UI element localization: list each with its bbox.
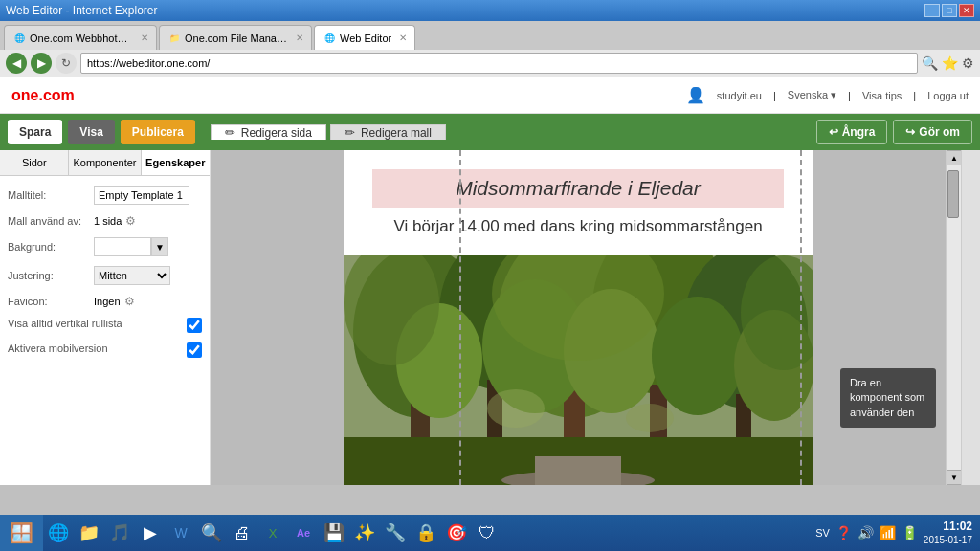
search2-icon[interactable]: 🔍	[197, 518, 226, 547]
lock-icon[interactable]: 🔒	[412, 518, 440, 547]
start-button[interactable]: 🪟	[0, 515, 43, 551]
canvas-scrollbar: ▲ ▼	[946, 150, 961, 485]
print-icon[interactable]: 🖨	[228, 518, 256, 547]
clock-date: 2015-01-17	[924, 534, 972, 546]
gor-om-button[interactable]: ↪ Gör om	[893, 120, 972, 144]
taskbar-lang: SV	[815, 527, 830, 539]
address-bar-row: ◀ ▶ ↻ 🔍 ⭐ ⚙	[0, 50, 980, 77]
tool-icon[interactable]: 🔧	[381, 518, 410, 547]
visa-rullista-checkbox[interactable]	[187, 318, 202, 333]
spara-button[interactable]: Spara	[8, 120, 62, 144]
edit-page-icon: ✏	[225, 125, 235, 140]
back-button[interactable]: ◀	[6, 53, 27, 74]
scrollbar-thumb[interactable]	[947, 170, 959, 218]
logo-text: one.com	[11, 87, 75, 103]
browser-chrome: 🌐 One.com Webbhotell - Doma... ✕ 📁 One.c…	[0, 21, 980, 77]
canvas-wrapper: Midsommarfirande i Eljedar Vi börjar 14.…	[211, 150, 946, 485]
bakgrund-picker: ▼	[94, 237, 168, 256]
tab2-close[interactable]: ✕	[296, 33, 303, 43]
svg-point-22	[487, 389, 545, 428]
forward-button[interactable]: ▶	[31, 53, 52, 74]
aktivera-mobil-label: Aktivera mobilversion	[8, 342, 181, 354]
properties-panel: Malltitel: Mall använd av: 1 sida ⚙ Bakg…	[0, 176, 210, 485]
midsommar-title-block: Midsommarfirande i Eljedar	[372, 169, 784, 208]
address-input[interactable]	[80, 53, 918, 74]
shield-icon[interactable]: 🛡	[473, 518, 501, 547]
ie-icon[interactable]: 🌐	[44, 518, 73, 547]
prop-row-aktivera-mobil: Aktivera mobilversion	[8, 342, 202, 358]
excel-icon[interactable]: X	[258, 518, 287, 547]
windows-logo: 🪟	[10, 521, 33, 544]
play-icon[interactable]: ▶	[136, 518, 165, 547]
help-icon[interactable]: ❓	[835, 525, 852, 540]
gorom-icon: ↪	[905, 125, 915, 139]
prop-row-mall-anvand: Mall använd av: 1 sida ⚙	[8, 214, 202, 228]
word-icon[interactable]: W	[167, 518, 195, 547]
tab1-favicon: 🌐	[12, 32, 26, 45]
redigera-sida-tab[interactable]: ✏ Redigera sida	[211, 124, 326, 140]
user-icon: 👤	[686, 86, 705, 104]
browser-tab-1[interactable]: 🌐 One.com Webbhotell - Doma... ✕	[4, 25, 157, 50]
taskbar-clock: 11:02 2015-01-17	[924, 519, 972, 547]
scrollbar-track[interactable]	[947, 165, 961, 470]
sidebar-tabs: Sidor Komponenter Egenskaper	[0, 150, 210, 176]
midsommar-subtitle: Vi börjar 14.00 med dans kring midsommar…	[372, 217, 784, 236]
bakgrund-picker-btn[interactable]: ▼	[151, 237, 168, 256]
visa-tips-link[interactable]: Visa tips	[862, 90, 902, 101]
clock-time: 11:02	[924, 519, 972, 535]
svg-rect-18	[535, 456, 621, 485]
page-canvas: Midsommarfirande i Eljedar Vi börjar 14.…	[344, 150, 813, 485]
scrollbar-up-btn[interactable]: ▲	[947, 150, 962, 165]
right-panel	[961, 150, 980, 485]
angra-button[interactable]: ↩ Ångra	[816, 120, 888, 144]
speaker-icon[interactable]: 🔊	[858, 525, 874, 540]
publicera-button[interactable]: Publicera	[121, 120, 195, 144]
mall-anvand-value: 1 sida	[94, 215, 122, 227]
ae-icon[interactable]: Ae	[289, 518, 318, 547]
aktivera-mobil-checkbox[interactable]	[187, 342, 202, 358]
browser-tab-3[interactable]: 🌐 Web Editor ✕	[314, 25, 415, 50]
battery-icon[interactable]: 🔋	[902, 525, 918, 540]
favicon-gear-icon[interactable]: ⚙	[124, 295, 135, 308]
prop-row-malltitel: Malltitel:	[8, 186, 202, 205]
media-icon[interactable]: 🎵	[105, 518, 134, 547]
scrollbar-down-btn[interactable]: ▼	[947, 470, 962, 485]
maximize-button[interactable]: □	[942, 4, 957, 17]
bakgrund-color-swatch[interactable]	[94, 237, 151, 256]
mall-gear-icon[interactable]: ⚙	[125, 214, 136, 228]
title-bar: Web Editor - Internet Explorer ─ □ ✕	[0, 0, 980, 21]
onecom-logo: one.com	[11, 87, 75, 104]
taskbar-right: SV ❓ 🔊 📶 🔋 11:02 2015-01-17	[815, 519, 980, 547]
target-icon[interactable]: 🎯	[442, 518, 471, 547]
refresh-button[interactable]: ↻	[56, 53, 77, 74]
visa-button[interactable]: Visa	[68, 120, 114, 144]
malltitel-input[interactable]	[94, 186, 189, 205]
search-icon[interactable]: 🔍	[922, 55, 938, 71]
svenska-link[interactable]: Svenska ▾	[788, 89, 836, 101]
toolbar-left: Spara Visa Publicera ✏ Redigera sida ✏ R…	[8, 120, 446, 144]
star-icon[interactable]: ⭐	[942, 55, 958, 71]
sidebar-tab-komponenter[interactable]: Komponenter	[69, 150, 141, 175]
midsommar-title: Midsommarfirande i Eljedar	[456, 177, 701, 199]
sidebar-tab-sidor[interactable]: Sidor	[0, 150, 69, 175]
settings-icon[interactable]: ⚙	[962, 55, 974, 71]
onecom-header: one.com 👤 studyit.eu | Svenska ▾ | Visa …	[0, 77, 980, 114]
studyit-link[interactable]: studyit.eu	[717, 90, 762, 101]
tab2-label: One.com File Manager	[185, 33, 288, 44]
header-links: 👤 studyit.eu | Svenska ▾ | Visa tips | L…	[686, 86, 969, 104]
explorer-icon[interactable]: 📁	[75, 518, 103, 547]
disk-icon[interactable]: 💾	[320, 518, 348, 547]
sidebar-tab-egenskaper[interactable]: Egenskaper	[142, 150, 210, 175]
justering-select[interactable]: Mitten Vänster Höger	[94, 266, 170, 285]
network-icon[interactable]: 📶	[880, 525, 896, 540]
sparkle-icon[interactable]: ✨	[350, 518, 379, 547]
browser-tab-2[interactable]: 📁 One.com File Manager ✕	[159, 25, 312, 50]
tab3-close[interactable]: ✕	[399, 33, 407, 43]
tab1-close[interactable]: ✕	[141, 33, 148, 43]
close-button[interactable]: ✕	[959, 4, 974, 17]
logga-ut-link[interactable]: Logga ut	[927, 90, 969, 101]
redigera-mall-tab[interactable]: ✏ Redigera mall	[330, 124, 446, 140]
tab3-label: Web Editor	[340, 33, 391, 44]
minimize-button[interactable]: ─	[924, 4, 940, 17]
tab3-favicon: 🌐	[323, 32, 336, 45]
